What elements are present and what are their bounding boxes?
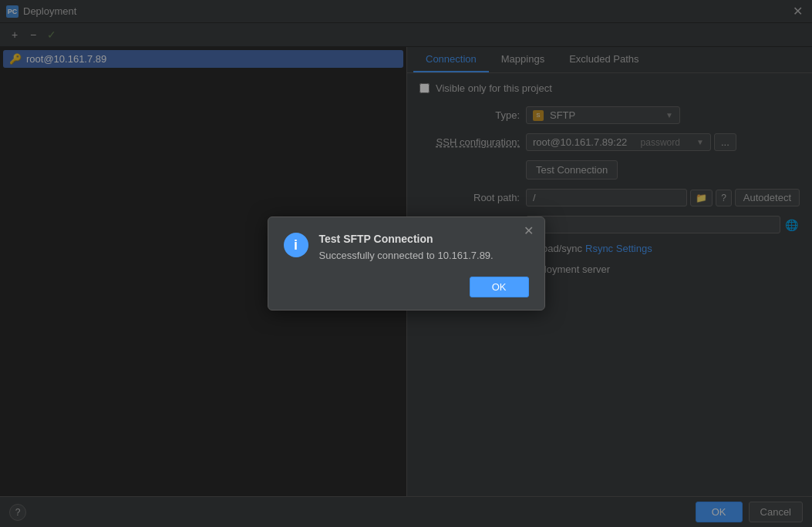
modal-message: Successfully connected to 10.161.7.89. xyxy=(319,250,529,261)
test-connection-dialog: ✕ i Test SFTP Connection Successfully co… xyxy=(268,217,545,310)
modal-overlay: ✕ i Test SFTP Connection Successfully co… xyxy=(0,0,812,527)
modal-ok-button[interactable]: OK xyxy=(470,277,529,297)
modal-close-button[interactable]: ✕ xyxy=(521,223,537,239)
modal-footer: OK xyxy=(268,270,544,310)
modal-title: Test SFTP Connection xyxy=(319,233,529,245)
modal-header: i Test SFTP Connection Successfully conn… xyxy=(268,217,544,270)
modal-info-icon: i xyxy=(284,233,308,257)
modal-content: Test SFTP Connection Successfully connec… xyxy=(319,233,529,261)
